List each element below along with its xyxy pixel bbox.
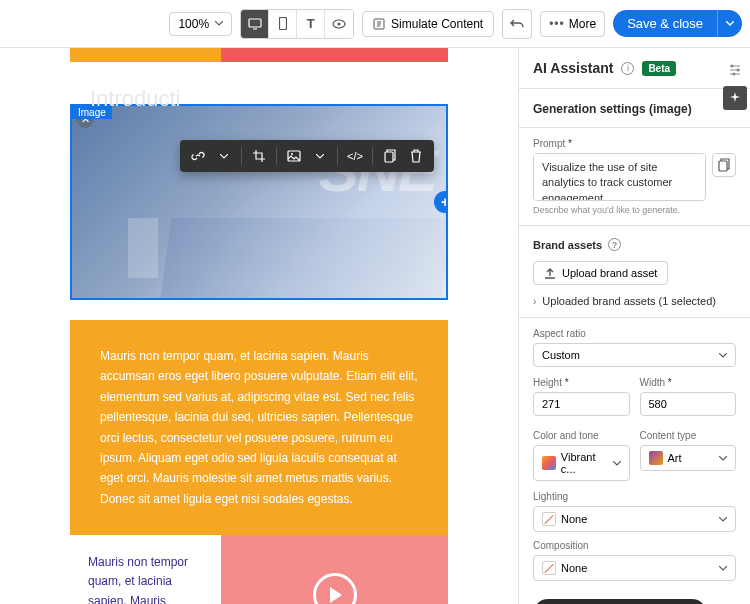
orange-text-block[interactable]: Mauris non tempor quam, et lacinia sapie… — [70, 320, 448, 535]
height-label: Height — [533, 377, 630, 388]
code-tool[interactable]: </> — [343, 144, 367, 168]
play-icon — [330, 587, 342, 603]
top-toolbar: 100% T Simulate Content ••• More Save & … — [0, 0, 750, 48]
uploaded-assets-row[interactable]: › Uploaded brand assets (1 selected) — [519, 289, 750, 318]
settings-rail-button[interactable] — [723, 58, 747, 82]
left-text-card[interactable]: Mauris non tempor quam, et lacinia sapie… — [70, 535, 221, 604]
svg-point-5 — [731, 65, 734, 68]
aspect-label: Aspect ratio — [533, 328, 736, 339]
generate-row: Generate i — [519, 587, 750, 604]
video-card[interactable] — [221, 535, 448, 604]
generate-button[interactable]: Generate — [533, 599, 707, 604]
save-close-button[interactable]: Save & close — [613, 10, 717, 37]
canvas-content: Introducti Image ✕ SNE + Mauris non temp… — [0, 48, 518, 604]
none-swatch-icon — [542, 561, 556, 575]
save-group: Save & close — [613, 10, 742, 37]
copy-tool[interactable] — [378, 144, 402, 168]
composition-value: None — [561, 562, 587, 574]
chevron-down-icon[interactable] — [308, 144, 332, 168]
image-tool[interactable] — [282, 144, 306, 168]
info-icon[interactable]: i — [621, 62, 634, 75]
content-type-label: Content type — [640, 430, 737, 441]
ai-rail-button[interactable] — [723, 86, 747, 110]
purple-copy: Mauris non tempor quam, et lacinia sapie… — [88, 553, 203, 604]
toolbar-divider — [337, 147, 338, 165]
zoom-value: 100% — [178, 17, 209, 31]
prompt-hint: Describe what you'd like to generate. — [533, 205, 736, 215]
undo-icon — [510, 18, 524, 30]
color-swatch-icon — [542, 456, 556, 470]
style-row: Color and tone Vibrant c... Content type… — [519, 426, 750, 485]
chevron-down-icon — [726, 21, 734, 26]
text-view-button[interactable]: T — [297, 10, 325, 38]
image-placeholder: SNE — [72, 106, 446, 298]
upload-icon — [544, 267, 556, 279]
svg-point-6 — [737, 69, 740, 72]
zoom-select[interactable]: 100% — [169, 12, 232, 36]
svg-rect-11 — [719, 161, 727, 171]
composition-select[interactable]: None — [533, 555, 736, 581]
content-type-select[interactable]: Art — [640, 445, 737, 471]
undo-button[interactable] — [502, 9, 532, 39]
lighting-value: None — [561, 513, 587, 525]
dots-icon: ••• — [549, 17, 565, 31]
image-component[interactable]: Image ✕ SNE + — [70, 104, 448, 300]
prompt-textarea[interactable]: Visualize the use of site analytics to t… — [533, 153, 706, 201]
generation-settings-title: Generation settings (image) — [533, 102, 692, 116]
lighting-select[interactable]: None — [533, 506, 736, 532]
floating-toolbar: </> — [180, 140, 434, 172]
prompt-section: Prompt Visualize the use of site analyti… — [519, 128, 750, 221]
orange-copy: Mauris non tempor quam, et lacinia sapie… — [100, 349, 418, 506]
brand-assets-label: Brand assets — [533, 239, 602, 251]
lighting-label: Lighting — [533, 491, 736, 502]
svg-rect-0 — [249, 19, 261, 27]
art-swatch-icon — [649, 451, 663, 465]
color-bar — [70, 48, 448, 62]
crop-tool[interactable] — [247, 144, 271, 168]
aspect-section: Aspect ratio Custom — [519, 318, 750, 373]
color-tone-select[interactable]: Vibrant c... — [533, 445, 630, 481]
chevron-down-icon — [215, 21, 223, 26]
panel-header: AI Assistant i Beta — [519, 48, 750, 89]
editor-canvas[interactable]: Introducti Image ✕ SNE + Mauris non temp… — [0, 48, 518, 604]
simulate-content-button[interactable]: Simulate Content — [362, 11, 494, 37]
toolbar-divider — [276, 147, 277, 165]
chevron-right-icon: › — [533, 296, 536, 307]
info-icon[interactable]: ? — [608, 238, 621, 251]
device-preview-group: T — [240, 9, 354, 39]
beta-badge: Beta — [642, 61, 676, 76]
main-area: Introducti Image ✕ SNE + Mauris non temp… — [0, 48, 750, 604]
brand-assets-row: Brand assets ? — [519, 234, 750, 255]
ai-assistant-panel: AI Assistant i Beta Generation settings … — [518, 48, 750, 604]
link-tool[interactable] — [186, 144, 210, 168]
simulate-label: Simulate Content — [391, 17, 483, 31]
svg-rect-10 — [385, 152, 393, 162]
color-label: Color and tone — [533, 430, 630, 441]
color-bar-left — [70, 48, 221, 62]
svg-point-7 — [733, 73, 736, 76]
more-button[interactable]: ••• More — [540, 11, 605, 37]
chevron-down-icon — [719, 517, 727, 522]
upload-brand-asset-button[interactable]: Upload brand asset — [533, 261, 668, 285]
save-dropdown-button[interactable] — [717, 10, 742, 37]
aspect-ratio-select[interactable]: Custom — [533, 343, 736, 367]
desktop-view-button[interactable] — [241, 10, 269, 38]
right-side-rail — [720, 48, 750, 110]
panel-title: AI Assistant — [533, 60, 613, 76]
sparkle-icon — [729, 92, 741, 104]
toolbar-divider — [241, 147, 242, 165]
copy-prompt-button[interactable] — [712, 153, 736, 177]
svg-point-3 — [338, 22, 341, 25]
prompt-label: Prompt — [533, 138, 736, 149]
height-input[interactable] — [533, 392, 630, 416]
play-button[interactable] — [313, 573, 357, 604]
svg-point-9 — [291, 153, 293, 155]
mobile-view-button[interactable] — [269, 10, 297, 38]
preview-button[interactable] — [325, 10, 353, 38]
chevron-down-icon[interactable] — [212, 144, 236, 168]
width-input[interactable] — [640, 392, 737, 416]
uploaded-label: Uploaded brand assets (1 selected) — [542, 295, 716, 307]
delete-tool[interactable] — [404, 144, 428, 168]
composition-label: Composition — [533, 540, 736, 551]
chevron-down-icon — [719, 566, 727, 571]
